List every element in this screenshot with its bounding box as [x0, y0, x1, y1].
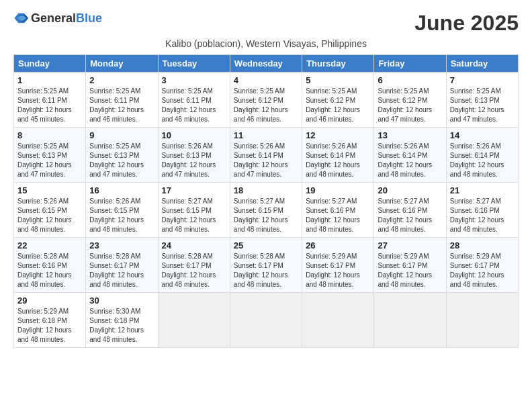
header: GeneralBlue June 2025 [13, 11, 519, 36]
header-monday: Monday [86, 55, 158, 73]
calendar-week-row: 22 Sunrise: 5:28 AMSunset: 6:16 PMDaylig… [14, 238, 519, 293]
header-saturday: Saturday [446, 55, 518, 73]
day-number: 8 [17, 130, 82, 140]
table-row: 23 Sunrise: 5:28 AMSunset: 6:17 PMDaylig… [86, 238, 158, 293]
logo: GeneralBlue [13, 11, 102, 26]
day-number: 24 [162, 240, 226, 250]
day-number: 5 [306, 75, 370, 85]
header-wednesday: Wednesday [230, 55, 302, 73]
table-row: 19 Sunrise: 5:27 AMSunset: 6:16 PMDaylig… [302, 183, 374, 238]
day-detail: Sunrise: 5:26 AMSunset: 6:14 PMDaylight:… [306, 142, 360, 178]
day-number: 9 [89, 130, 154, 140]
day-detail: Sunrise: 5:27 AMSunset: 6:16 PMDaylight:… [378, 197, 432, 233]
day-number: 22 [17, 240, 82, 250]
day-detail: Sunrise: 5:29 AMSunset: 6:18 PMDaylight:… [17, 308, 72, 343]
calendar-week-row: 1 Sunrise: 5:25 AMSunset: 6:11 PMDayligh… [14, 73, 519, 128]
day-detail: Sunrise: 5:25 AMSunset: 6:13 PMDaylight:… [89, 142, 144, 178]
day-number: 21 [450, 185, 515, 195]
day-detail: Sunrise: 5:26 AMSunset: 6:14 PMDaylight:… [450, 142, 504, 178]
day-number: 26 [306, 240, 370, 250]
day-number: 7 [450, 75, 515, 85]
calendar-week-row: 29 Sunrise: 5:29 AMSunset: 6:18 PMDaylig… [14, 293, 519, 348]
day-number: 19 [306, 185, 370, 195]
day-number: 2 [89, 75, 154, 85]
calendar-week-row: 15 Sunrise: 5:26 AMSunset: 6:15 PMDaylig… [14, 183, 519, 238]
day-detail: Sunrise: 5:25 AMSunset: 6:11 PMDaylight:… [17, 87, 72, 123]
day-number: 28 [450, 240, 515, 250]
day-number: 1 [17, 75, 82, 85]
table-row: 14 Sunrise: 5:26 AMSunset: 6:14 PMDaylig… [446, 128, 518, 183]
day-detail: Sunrise: 5:26 AMSunset: 6:14 PMDaylight:… [378, 142, 432, 178]
day-number: 27 [378, 240, 442, 250]
day-detail: Sunrise: 5:27 AMSunset: 6:16 PMDaylight:… [450, 197, 504, 233]
day-detail: Sunrise: 5:25 AMSunset: 6:12 PMDaylight:… [378, 87, 432, 123]
table-row: 29 Sunrise: 5:29 AMSunset: 6:18 PMDaylig… [14, 293, 86, 348]
day-detail: Sunrise: 5:26 AMSunset: 6:15 PMDaylight:… [89, 197, 144, 233]
day-detail: Sunrise: 5:25 AMSunset: 6:11 PMDaylight:… [89, 87, 144, 123]
day-number: 29 [17, 295, 82, 306]
day-number: 15 [17, 185, 82, 195]
logo-icon [13, 11, 28, 26]
table-row: 20 Sunrise: 5:27 AMSunset: 6:16 PMDaylig… [374, 183, 446, 238]
table-row: 4 Sunrise: 5:25 AMSunset: 6:12 PMDayligh… [230, 73, 302, 128]
table-row: 21 Sunrise: 5:27 AMSunset: 6:16 PMDaylig… [446, 183, 518, 238]
table-row [302, 293, 374, 348]
logo-blue: Blue [76, 11, 102, 25]
day-number: 30 [89, 295, 154, 306]
table-row: 18 Sunrise: 5:27 AMSunset: 6:15 PMDaylig… [230, 183, 302, 238]
day-detail: Sunrise: 5:28 AMSunset: 6:17 PMDaylight:… [162, 253, 216, 288]
table-row: 25 Sunrise: 5:28 AMSunset: 6:17 PMDaylig… [230, 238, 302, 293]
day-detail: Sunrise: 5:28 AMSunset: 6:17 PMDaylight:… [234, 253, 288, 288]
table-row: 12 Sunrise: 5:26 AMSunset: 6:14 PMDaylig… [302, 128, 374, 183]
table-row: 15 Sunrise: 5:26 AMSunset: 6:15 PMDaylig… [14, 183, 86, 238]
table-row: 10 Sunrise: 5:26 AMSunset: 6:13 PMDaylig… [158, 128, 230, 183]
day-number: 16 [89, 185, 154, 195]
table-row: 28 Sunrise: 5:29 AMSunset: 6:17 PMDaylig… [446, 238, 518, 293]
day-number: 23 [89, 240, 154, 250]
day-number: 25 [234, 240, 298, 250]
table-row: 27 Sunrise: 5:29 AMSunset: 6:17 PMDaylig… [374, 238, 446, 293]
calendar-week-row: 8 Sunrise: 5:25 AMSunset: 6:13 PMDayligh… [14, 128, 519, 183]
table-row: 17 Sunrise: 5:27 AMSunset: 6:15 PMDaylig… [158, 183, 230, 238]
day-number: 12 [306, 130, 370, 140]
table-row: 13 Sunrise: 5:26 AMSunset: 6:14 PMDaylig… [374, 128, 446, 183]
day-number: 10 [162, 130, 226, 140]
table-row [158, 293, 230, 348]
header-tuesday: Tuesday [158, 55, 230, 73]
table-row [446, 293, 518, 348]
table-row: 1 Sunrise: 5:25 AMSunset: 6:11 PMDayligh… [14, 73, 86, 128]
table-row: 26 Sunrise: 5:29 AMSunset: 6:17 PMDaylig… [302, 238, 374, 293]
table-row [230, 293, 302, 348]
header-sunday: Sunday [14, 55, 86, 73]
table-row: 24 Sunrise: 5:28 AMSunset: 6:17 PMDaylig… [158, 238, 230, 293]
day-number: 4 [234, 75, 298, 85]
header-friday: Friday [374, 55, 446, 73]
day-detail: Sunrise: 5:28 AMSunset: 6:16 PMDaylight:… [17, 253, 72, 288]
table-row: 3 Sunrise: 5:25 AMSunset: 6:11 PMDayligh… [158, 73, 230, 128]
table-row: 7 Sunrise: 5:25 AMSunset: 6:13 PMDayligh… [446, 73, 518, 128]
day-number: 14 [450, 130, 515, 140]
table-row: 6 Sunrise: 5:25 AMSunset: 6:12 PMDayligh… [374, 73, 446, 128]
day-number: 11 [234, 130, 298, 140]
day-number: 17 [162, 185, 226, 195]
table-row: 5 Sunrise: 5:25 AMSunset: 6:12 PMDayligh… [302, 73, 374, 128]
calendar-header-row: Sunday Monday Tuesday Wednesday Thursday… [14, 55, 519, 73]
day-detail: Sunrise: 5:26 AMSunset: 6:15 PMDaylight:… [17, 197, 72, 233]
day-number: 6 [378, 75, 442, 85]
logo-general: General [31, 11, 76, 25]
day-detail: Sunrise: 5:27 AMSunset: 6:15 PMDaylight:… [162, 197, 216, 233]
day-detail: Sunrise: 5:25 AMSunset: 6:12 PMDaylight:… [306, 87, 360, 123]
table-row: 9 Sunrise: 5:25 AMSunset: 6:13 PMDayligh… [86, 128, 158, 183]
day-number: 18 [234, 185, 298, 195]
day-detail: Sunrise: 5:25 AMSunset: 6:13 PMDaylight:… [450, 87, 504, 123]
day-number: 20 [378, 185, 442, 195]
day-number: 3 [162, 75, 226, 85]
day-detail: Sunrise: 5:25 AMSunset: 6:13 PMDaylight:… [17, 142, 72, 178]
subtitle: Kalibo (poblacion), Western Visayas, Phi… [13, 38, 519, 49]
table-row: 22 Sunrise: 5:28 AMSunset: 6:16 PMDaylig… [14, 238, 86, 293]
day-number: 13 [378, 130, 442, 140]
day-detail: Sunrise: 5:27 AMSunset: 6:16 PMDaylight:… [306, 197, 360, 233]
day-detail: Sunrise: 5:27 AMSunset: 6:15 PMDaylight:… [234, 197, 288, 233]
day-detail: Sunrise: 5:26 AMSunset: 6:13 PMDaylight:… [162, 142, 216, 178]
table-row: 16 Sunrise: 5:26 AMSunset: 6:15 PMDaylig… [86, 183, 158, 238]
